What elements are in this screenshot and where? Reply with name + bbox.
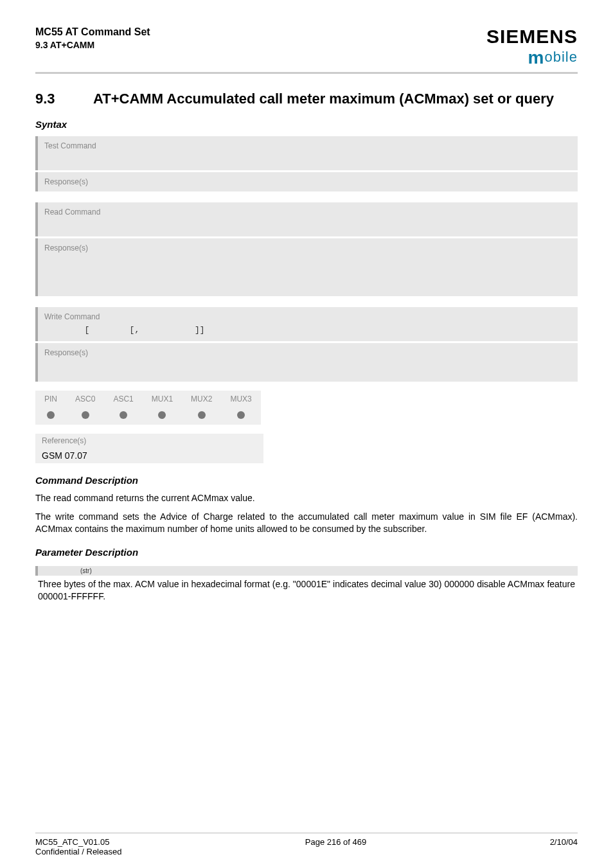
table-row: PIN ASC0 ASC1 MUX1 MUX2 MUX3 [35,391,261,407]
section-ref: 9.3 AT+CAMM [35,39,150,51]
read-command-code [38,220,578,236]
footer-center: Page 216 of 469 [305,837,366,856]
command-description-p2: The write command sets the Advice of Cha… [35,511,578,535]
command-description-p1: The read command returns the current ACM… [35,492,578,504]
write-response-block: Response(s) [35,343,578,382]
write-command-label: Write Command [38,307,578,325]
dot-icon [198,411,206,419]
footer-left: MC55_ATC_V01.05 Confidential / Released [35,837,121,856]
test-response-block: Response(s) [35,172,578,191]
pin-dot-5 [221,407,260,425]
header-left: MC55 AT Command Set 9.3 AT+CAMM [35,26,150,51]
parameter-body: Three bytes of the max. ACM value in hex… [35,578,578,603]
pin-col-2: ASC1 [104,391,142,407]
dot-icon [47,411,55,419]
section-number: 9.3 [35,91,93,107]
parameter-description-heading: Parameter Description [35,547,578,558]
read-command-block: Read Command [35,202,578,236]
section-heading: 9.3AT+CAMM Accumulated call meter maximu… [35,91,578,107]
syntax-heading: Syntax [35,119,578,130]
write-command-code: [ [, ]] [38,325,578,341]
pin-col-4: MUX2 [182,391,221,407]
product-line: MC55 AT Command Set [35,26,150,39]
test-response-label: Response(s) [38,172,578,190]
pin-col-5: MUX3 [221,391,260,407]
dot-icon [237,411,245,419]
footer-status: Confidential / Released [35,847,121,856]
reference-table: Reference(s) GSM 07.07 [35,434,263,463]
page-footer: MC55_ATC_V01.05 Confidential / Released … [35,833,578,856]
test-command-code [38,154,578,170]
read-response-label: Response(s) [38,238,578,256]
page-header: MC55 AT Command Set 9.3 AT+CAMM SIEMENS … [35,26,578,74]
footer-doc-id: MC55_ATC_V01.05 [35,837,121,847]
pin-dot-4 [182,407,221,425]
test-command-block: Test Command [35,136,578,170]
read-response-block: Response(s) [35,238,578,296]
footer-right: 2/10/04 [550,837,578,856]
pin-table: PIN ASC0 ASC1 MUX1 MUX2 MUX3 [35,391,261,425]
brand-sub-suffix: obile [545,49,578,65]
dot-icon [158,411,166,419]
header-right: SIEMENS mobile [486,26,578,68]
parameter-type: (str) [80,567,92,574]
reference-label: Reference(s) [35,434,263,448]
dot-icon [120,411,127,419]
brand-logo: SIEMENS [486,26,578,48]
brand-subline: mobile [486,48,578,68]
write-response-label: Response(s) [38,343,578,361]
pin-dot-1 [66,407,104,425]
pin-col-0: PIN [35,391,66,407]
section-title-text: AT+CAMM Accumulated call meter maximum (… [93,91,554,107]
dot-icon [82,411,89,419]
parameter-type-row: (str) [35,566,578,576]
test-command-label: Test Command [38,136,578,154]
write-command-block: Write Command [ [, ]] [35,307,578,341]
pin-dot-2 [104,407,142,425]
table-row [35,407,261,425]
pin-dot-0 [35,407,66,425]
read-command-label: Read Command [38,202,578,220]
reference-value: GSM 07.07 [35,448,263,463]
pin-col-3: MUX1 [143,391,182,407]
command-description-heading: Command Description [35,475,578,486]
pin-dot-3 [143,407,182,425]
pin-col-1: ASC0 [66,391,104,407]
